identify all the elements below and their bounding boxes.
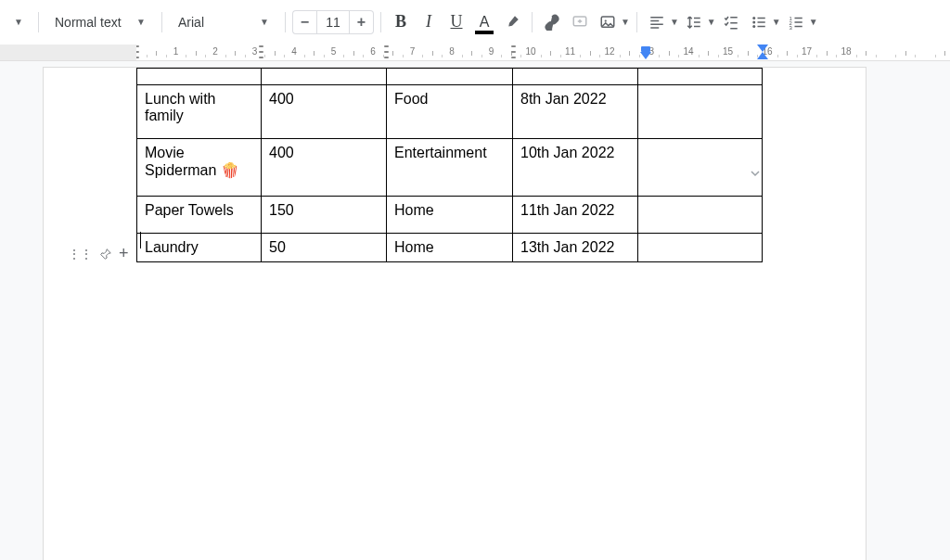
column-marker[interactable]: [259, 45, 263, 58]
cell-date[interactable]: 13th Jan 2022: [513, 234, 638, 262]
separator: [532, 12, 533, 32]
ruler-tick: [275, 51, 276, 56]
cell-category[interactable]: Home: [387, 197, 513, 234]
paragraph-style-combo[interactable]: Normal text ▼: [45, 8, 155, 36]
table-row[interactable]: [137, 69, 763, 85]
ruler-number: 2: [212, 46, 218, 57]
font-size-stepper: − 11 +: [292, 10, 374, 34]
numbered-list-icon: 123: [788, 14, 804, 31]
ruler-tick: [905, 51, 906, 56]
ruler-tick: [235, 51, 236, 56]
numbered-list-combo[interactable]: 123 ▼: [783, 8, 818, 36]
document-page[interactable]: Lunch with family 400 Food 8th Jan 2022 …: [43, 67, 867, 560]
line-spacing-combo[interactable]: ▼: [681, 8, 716, 36]
ruler-tick: [935, 55, 936, 57]
cell-date[interactable]: 11th Jan 2022: [513, 197, 638, 234]
column-marker[interactable]: [511, 45, 516, 58]
drag-handle-icon[interactable]: ⋮⋮: [69, 248, 93, 261]
cell-amount[interactable]: [262, 69, 387, 85]
ruler-tick: [777, 55, 778, 57]
ruler-tick: [816, 55, 817, 57]
text-color-button[interactable]: A: [471, 8, 497, 36]
font-family-combo[interactable]: Arial ▼: [169, 8, 278, 36]
cell-date[interactable]: [513, 69, 638, 85]
align-left-icon: [648, 14, 665, 31]
separator: [161, 12, 162, 32]
cell-item[interactable]: Paper Towels: [137, 197, 262, 234]
column-marker[interactable]: [384, 45, 389, 58]
ruler-tick: [284, 55, 285, 57]
ruler-tick: [304, 55, 305, 57]
first-line-indent-marker[interactable]: [757, 52, 768, 59]
cell-item[interactable]: Laundry: [137, 234, 262, 262]
table-row[interactable]: Laundry 50 Home 13th Jan 2022: [137, 234, 763, 262]
ruler-tick: [708, 51, 709, 56]
ruler-number: 6: [370, 46, 376, 57]
table-row[interactable]: Movie Spiderman 🍿 400 Entertainment 10th…: [137, 139, 763, 197]
chevron-down-icon: ▼: [707, 17, 716, 27]
ruler-tick: [895, 55, 896, 57]
bold-button[interactable]: B: [388, 8, 414, 36]
insert-image-combo[interactable]: ▼: [595, 8, 630, 36]
font-size-input[interactable]: 11: [316, 10, 350, 34]
ruler-tick: [225, 55, 226, 57]
ruler-tick: [748, 51, 749, 56]
table-row[interactable]: Paper Towels 150 Home 11th Jan 2022: [137, 197, 763, 234]
ruler-number: 17: [802, 46, 812, 57]
underline-button[interactable]: U: [443, 8, 469, 36]
ruler-number: 10: [525, 46, 535, 57]
cell-note[interactable]: [638, 197, 763, 234]
cell-note[interactable]: [638, 139, 763, 197]
highlighter-icon: [504, 14, 520, 31]
ruler-tick: [147, 55, 148, 57]
chevron-down-icon: [750, 168, 761, 179]
checklist-button[interactable]: [718, 8, 744, 36]
cell-item[interactable]: Movie Spiderman 🍿: [137, 139, 262, 197]
table-row[interactable]: Lunch with family 400 Food 8th Jan 2022: [137, 85, 763, 139]
ruler-tick: [481, 55, 482, 57]
ruler-tick: [866, 51, 867, 56]
cell-options-button[interactable]: [750, 168, 761, 179]
cell-item[interactable]: [137, 69, 262, 85]
bulleted-list-combo[interactable]: ▼: [746, 8, 781, 36]
cell-note[interactable]: [638, 234, 763, 262]
cell-category[interactable]: Entertainment: [387, 139, 513, 197]
cell-note[interactable]: [638, 85, 763, 139]
cell-amount[interactable]: 400: [262, 139, 387, 197]
cell-date[interactable]: 10th Jan 2022: [513, 139, 638, 197]
cell-item[interactable]: Lunch with family: [137, 85, 262, 139]
svg-point-5: [752, 25, 755, 28]
left-indent-marker[interactable]: [757, 45, 768, 52]
ruler-number: 1: [173, 46, 179, 57]
svg-text:3: 3: [789, 25, 792, 31]
add-comment-button[interactable]: [567, 8, 593, 36]
align-combo[interactable]: ▼: [644, 8, 679, 36]
highlight-color-button[interactable]: [499, 8, 525, 36]
more-left-button[interactable]: ▼: [6, 8, 32, 36]
cell-category[interactable]: Food: [387, 85, 513, 139]
ruler-tick: [166, 55, 167, 57]
ruler[interactable]: 21123456789101112131415161718: [0, 45, 950, 61]
ruler-number: 9: [489, 46, 494, 57]
cell-note[interactable]: [638, 69, 763, 85]
cell-category[interactable]: Home: [387, 234, 513, 262]
cell-amount[interactable]: 150: [262, 197, 387, 234]
italic-button[interactable]: I: [416, 8, 442, 36]
add-row-button[interactable]: +: [119, 244, 129, 263]
font-size-decrease-button[interactable]: −: [292, 10, 316, 34]
insert-link-button[interactable]: [539, 8, 565, 36]
separator: [636, 12, 637, 32]
cell-category[interactable]: [387, 69, 513, 85]
expense-table[interactable]: Lunch with family 400 Food 8th Jan 2022 …: [136, 68, 763, 262]
cell-amount[interactable]: 400: [262, 85, 387, 139]
cell-date[interactable]: 8th Jan 2022: [513, 85, 638, 139]
font-size-increase-button[interactable]: +: [350, 10, 374, 34]
svg-point-2: [605, 19, 607, 21]
ruler-number: 11: [565, 46, 575, 57]
ruler-number: 4: [291, 46, 297, 57]
ruler-tick: [324, 55, 325, 57]
ruler-tick: [590, 51, 591, 56]
right-indent-marker-tri[interactable]: [640, 52, 651, 59]
pin-row-button[interactable]: [99, 248, 112, 261]
cell-amount[interactable]: 50: [262, 234, 387, 262]
